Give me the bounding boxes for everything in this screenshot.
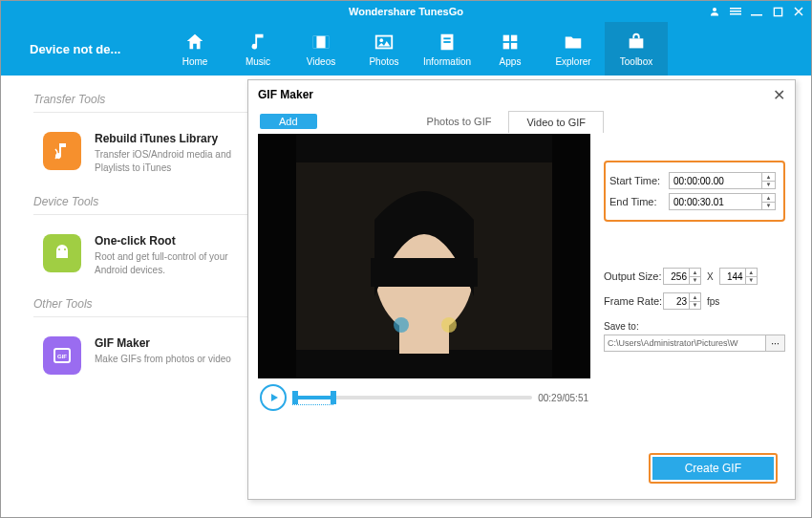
nav-music[interactable]: Music: [226, 22, 289, 76]
modal-toolbar: Add Photos to GIF Video to GIF: [248, 109, 795, 134]
nav-information[interactable]: Information: [416, 22, 479, 76]
svg-rect-18: [503, 42, 509, 48]
save-path-input[interactable]: [604, 335, 766, 352]
svg-point-12: [379, 38, 383, 42]
svg-rect-15: [443, 41, 450, 43]
range-end-handle[interactable]: [331, 391, 336, 404]
main-toolbar: Device not de... Home Music Videos Photo…: [1, 22, 811, 76]
frame-rate-stepper[interactable]: ▲▼: [689, 293, 700, 309]
svg-rect-17: [511, 34, 517, 40]
tab-video-to-gif[interactable]: Video to GIF: [508, 111, 604, 133]
tool-title: One-click Root: [95, 234, 247, 248]
nav-toolbox[interactable]: Toolbox: [605, 22, 668, 76]
sidebar: Transfer Tools Rebuild iTunes Library Tr…: [1, 76, 257, 517]
svg-rect-5: [774, 8, 781, 15]
device-label: Device not de...: [1, 42, 163, 56]
video-player-controls: 00:29/05:51: [258, 378, 590, 417]
nav-photos[interactable]: Photos: [353, 22, 416, 76]
modal-title: GIF Maker: [258, 88, 313, 101]
nav-apps[interactable]: Apps: [479, 22, 542, 76]
nav-label: Apps: [500, 56, 522, 67]
svg-rect-20: [630, 38, 644, 48]
create-highlight: Create GIF: [649, 453, 778, 484]
tool-title: Rebuild iTunes Library: [95, 132, 247, 145]
svg-rect-2: [730, 11, 741, 12]
svg-point-22: [64, 248, 66, 250]
tool-gif-maker[interactable]: GIF GIF Maker Make GIFs from photos or v…: [33, 325, 247, 396]
output-size-label: Output Size:: [604, 270, 663, 282]
svg-rect-19: [511, 42, 517, 48]
output-height-stepper[interactable]: ▲▼: [745, 269, 757, 284]
preview-image: [258, 134, 590, 378]
output-width-stepper[interactable]: ▲▼: [689, 269, 700, 284]
svg-point-0: [713, 8, 716, 11]
nav-label: Photos: [369, 56, 398, 67]
svg-point-21: [58, 248, 60, 250]
modal-titlebar: GIF Maker ✕: [248, 80, 795, 109]
tab-photos-to-gif[interactable]: Photos to GIF: [410, 111, 509, 133]
fps-label: fps: [707, 296, 719, 307]
browse-button[interactable]: ···: [766, 335, 785, 352]
tool-title: GIF Maker: [95, 336, 231, 350]
gif-options: Start Time: ▲▼ End Time: ▲▼ Output: [590, 134, 785, 417]
end-time-input[interactable]: [670, 194, 761, 209]
output-width-input[interactable]: [664, 269, 689, 284]
nav-label: Toolbox: [620, 56, 652, 67]
menu-icon[interactable]: [729, 6, 742, 17]
nav-home[interactable]: Home: [163, 22, 226, 76]
end-time-label: End Time:: [609, 196, 669, 207]
start-time-label: Start Time:: [609, 175, 669, 186]
tool-one-click-root[interactable]: One-click Root Root and get full-control…: [33, 223, 247, 297]
seek-track[interactable]: [292, 388, 532, 407]
save-to-label: Save to:: [604, 321, 785, 332]
svg-rect-3: [730, 13, 741, 15]
nav-tabs: Home Music Videos Photos Information App…: [163, 22, 668, 76]
gif-icon: GIF: [43, 336, 81, 375]
play-button[interactable]: [260, 384, 287, 411]
window-titlebar: Wondershare TunesGo: [1, 1, 811, 22]
nav-label: Home: [182, 56, 208, 67]
tool-desc: Transfer iOS/Android media and Playlists…: [95, 148, 247, 174]
minimize-icon[interactable]: [750, 6, 763, 17]
user-icon[interactable]: [708, 6, 721, 17]
output-height-input[interactable]: [720, 269, 745, 284]
nav-label: Explorer: [555, 56, 590, 67]
modal-close-icon[interactable]: ✕: [773, 86, 785, 104]
app-title: Wondershare TunesGo: [349, 6, 463, 17]
svg-rect-1: [730, 8, 741, 10]
svg-rect-14: [443, 37, 450, 39]
output-x-label: X: [707, 271, 714, 282]
start-time-stepper[interactable]: ▲▼: [761, 173, 775, 188]
add-button[interactable]: Add: [260, 114, 317, 129]
mode-tabs: Photos to GIF Video to GIF: [410, 111, 604, 133]
svg-rect-10: [326, 35, 330, 48]
close-icon[interactable]: [792, 6, 805, 17]
svg-rect-28: [371, 258, 478, 287]
start-time-input[interactable]: [670, 173, 761, 188]
nav-label: Information: [423, 56, 471, 67]
nav-label: Videos: [307, 56, 335, 67]
playback-time: 00:29/05:51: [538, 393, 588, 403]
svg-rect-4: [751, 14, 762, 16]
section-other-title: Other Tools: [33, 297, 247, 317]
time-range-block: Start Time: ▲▼ End Time: ▲▼: [604, 161, 785, 222]
gif-maker-modal: GIF Maker ✕ Add Photos to GIF Video to G…: [247, 79, 796, 500]
tool-desc: Make GIFs from photos or video: [95, 353, 231, 366]
create-gif-button[interactable]: Create GIF: [652, 457, 774, 480]
end-time-stepper[interactable]: ▲▼: [761, 194, 775, 209]
video-preview: [258, 134, 590, 378]
section-transfer-title: Transfer Tools: [33, 93, 247, 113]
music-sync-icon: [43, 132, 81, 170]
frame-rate-input[interactable]: [664, 293, 689, 309]
svg-point-30: [394, 317, 409, 333]
nav-videos[interactable]: Videos: [289, 22, 353, 76]
tool-rebuild-itunes[interactable]: Rebuild iTunes Library Transfer iOS/Andr…: [33, 120, 247, 195]
svg-rect-32: [258, 134, 296, 378]
svg-point-31: [441, 317, 457, 333]
nav-explorer[interactable]: Explorer: [542, 22, 605, 76]
section-device-title: Device Tools: [33, 195, 247, 215]
maximize-icon[interactable]: [771, 7, 784, 17]
range-start-handle[interactable]: [292, 391, 298, 404]
svg-rect-9: [313, 35, 317, 48]
android-icon: [43, 234, 81, 272]
